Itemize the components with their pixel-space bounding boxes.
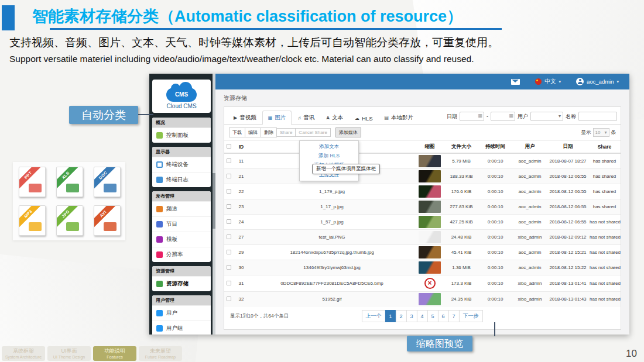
language-menu[interactable]: 中文 ▾ [535,78,561,85]
thumbnail-image[interactable] [419,231,441,243]
bottom-nav-tab[interactable]: UI界面 UI Theme Design [47,346,91,361]
table-row[interactable]: 31 0DDC8F892EE77FF23081DEC5A8FD5CE6.bmp … [224,275,621,292]
file-type-icon: AVI [94,205,121,236]
sidebar-item-resource-storage[interactable]: 资源存储 [152,276,211,291]
thumbnail-image[interactable] [419,216,441,228]
media-tab[interactable]: 音视频 [228,111,262,125]
channel-icon [156,206,163,212]
table-row[interactable]: 29 182144onxdxpu67d5prrzq.jpg.thumb.jpg … [224,245,621,260]
cell-id: 24 [234,215,249,230]
row-checkbox[interactable] [227,265,231,270]
thumbnail-image[interactable] [419,185,441,198]
col-header-thumbnail[interactable]: 缩图 [415,141,444,154]
page-button[interactable]: 4 [416,310,427,322]
sidebar-item-label: 终端设备 [166,161,189,168]
tab-icon [384,115,389,120]
page-button[interactable]: 5 [427,310,439,322]
thumbnail-image[interactable] [419,155,441,167]
page-button[interactable]: 7 [448,310,460,322]
thumbnail-image[interactable] [419,246,441,258]
row-checkbox[interactable] [227,204,231,209]
page-button[interactable]: 1 [385,310,396,322]
download-button[interactable]: 下载 [229,127,245,137]
tab-label: 文本 [332,114,343,122]
row-checkbox[interactable] [227,189,231,194]
sidebar-item-dashboard[interactable]: 控制面板 [152,127,211,143]
sidebar-item-channels[interactable]: 频道 [152,201,211,216]
file-type-icon: MP3 [19,205,46,236]
entries-count-select[interactable]: 10 ▾ [593,128,609,137]
page-button[interactable]: 2 [395,310,406,322]
thumbnail-image[interactable] [419,201,441,213]
media-tab[interactable]: 本地影片 [378,111,419,125]
add-media-menu-item[interactable]: 添加文本 [300,142,358,151]
cancel-share-button[interactable]: Cancel Share [295,128,330,137]
row-checkbox[interactable] [227,158,231,163]
col-header-id[interactable]: ID [234,141,249,154]
cell-user: xibo_admin [512,275,547,292]
name-filter-input[interactable] [578,112,617,121]
add-media-menu-item[interactable]: 添加 HLS [300,151,358,161]
next-page-button[interactable]: 下一步 [459,310,483,322]
sidebar-item-displays[interactable]: 终端设备 [152,157,211,172]
table-row[interactable]: 24 1_57_p.jpg 427.25 KiB 0:00:10 aoc_adm… [224,215,621,230]
bottom-nav-tab[interactable]: 功能说明 Features [93,346,136,361]
table-row[interactable]: 30 134649f3ry1lymwj63md.jpg 1.36 MiB 0:0… [224,260,621,275]
cell-checkbox [224,260,234,275]
date-to-input[interactable]: ▦ [491,112,515,121]
add-media-button[interactable]: 添加媒体 [335,127,361,137]
media-tab[interactable]: 文本 [320,111,349,125]
mail-icon[interactable] [511,79,520,85]
bottom-nav-tab[interactable]: 未来展望 Future Roadmap [139,346,182,361]
thumbnail-image[interactable] [419,278,441,290]
cell-checkbox [224,153,234,169]
share-button[interactable]: Share [276,128,296,137]
table-row[interactable]: 23 1_17_p.jpg 277.83 KiB 0:00:10 aoc_adm… [224,199,621,215]
sidebar-item-templates[interactable]: 模板 [152,232,211,247]
sidebar-item-programs[interactable]: 节目 [152,216,211,232]
row-checkbox[interactable] [227,174,231,178]
thumbnail-image[interactable] [419,293,441,305]
col-header-share[interactable]: Share [588,141,621,154]
media-tab[interactable]: 图片 [262,111,292,125]
thumbnail-image[interactable] [419,261,441,274]
media-tab[interactable]: HLS [349,112,378,125]
user-filter-select[interactable]: ▾ [530,112,563,121]
row-checkbox[interactable] [227,281,231,285]
delete-button[interactable]: 删除 [261,127,277,137]
scrollbar-thumb[interactable] [213,173,215,229]
media-tab[interactable]: 音讯 [292,111,320,125]
page-button[interactable]: 3 [406,310,417,322]
table-row[interactable]: 32 51952.gif 24.35 KiB 0:00:10 xibo_admi… [224,292,621,307]
sidebar-item-user-groups[interactable]: 用户组 [152,320,211,335]
thumbnail-image[interactable] [419,170,441,182]
cell-date: 2018-08-13 01:41 [547,275,588,292]
col-header-duration[interactable]: 持续时间 [478,141,512,154]
bottom-nav-tab[interactable]: 系统框架 System Architecture [2,346,45,361]
user-menu[interactable]: aoc_admin ▾ [576,78,619,85]
tab-label: HLS [362,115,372,122]
sidebar-item-users[interactable]: 用户 [152,305,211,320]
col-header-user[interactable]: 用户 [512,141,547,154]
cms-logo-card: CMS Cloud CMS [152,80,211,113]
sidebar-item-display-logs[interactable]: 终端日志 [152,172,211,187]
table-row[interactable]: 22 1_179_p.jpg 176.6 KiB 0:00:10 aoc_adm… [224,184,621,199]
date-from-input[interactable]: ▦ [460,112,484,121]
table-row[interactable]: 27 test_lai.PNG 24.48 KiB 0:00:10 xibo_a… [224,230,621,245]
page-button[interactable]: 6 [438,310,449,322]
row-checkbox[interactable] [227,219,231,224]
col-header-file-size[interactable]: 文件大小 [444,141,478,154]
select-all-checkbox[interactable] [227,144,231,149]
col-header-date[interactable]: 日期 [547,141,588,154]
table-row[interactable]: 21 1_2_p.jpg 188.33 KiB 0:00:10 aoc_admi… [224,169,621,184]
row-checkbox[interactable] [227,250,231,254]
table-row[interactable]: 11 156.JPG 5.79 MiB 0:00:10 aoc_admin 20… [224,153,621,169]
sidebar-item-label: 控制面板 [166,132,189,139]
row-checkbox[interactable] [227,297,231,301]
prev-page-button[interactable]: 上一个 [361,310,385,322]
edit-button[interactable]: 编辑 [245,127,261,137]
cell-media-name: 134649f3ry1lymwj63md.jpg [249,260,415,275]
sidebar-item-resolutions[interactable]: 分辨率 [152,247,211,262]
row-checkbox[interactable] [227,235,231,239]
sidebar-scrollbar[interactable] [213,74,215,335]
